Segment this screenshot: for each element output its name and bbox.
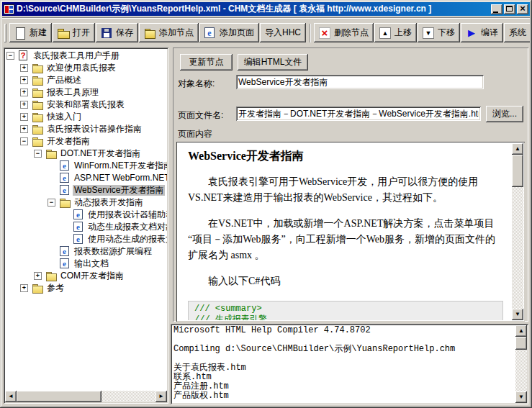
maximize-button[interactable]	[504, 4, 515, 14]
content-paragraph: 在VS.NET中，加载或新增一个ASP.NET解决方案，点击菜单项目“项目－添加…	[188, 216, 503, 263]
expand-plus-icon[interactable]: +	[20, 113, 28, 121]
toolbar-button-move-down[interactable]: ▼下移	[418, 23, 460, 42]
tree-item[interactable]: −?袁氏报表工具用户手册	[5, 50, 167, 62]
scroll-down-icon[interactable]: ▼	[512, 309, 523, 320]
tree-item-label[interactable]: 开发者指南	[45, 136, 91, 147]
tree-item-label[interactable]: 欢迎使用袁氏报表	[45, 63, 117, 73]
scroll-up-icon[interactable]: ▲	[512, 143, 523, 155]
folder-icon	[46, 271, 58, 281]
tree-item[interactable]: +参考	[5, 282, 167, 294]
tree-item-label[interactable]: 安装和部署袁氏报表	[45, 99, 126, 110]
scroll-up-icon[interactable]: ▲	[515, 325, 527, 337]
toolbar-button-add-node[interactable]: 添加节点	[139, 23, 199, 42]
tree-item-label[interactable]: WinForm.NET开发者指南	[73, 160, 167, 171]
tree-item[interactable]: +快速入门	[5, 111, 167, 123]
tree-item[interactable]: eASP.NET WebForm.NET 开发	[5, 172, 167, 184]
tree-item-label[interactable]: 输出文档	[73, 258, 110, 269]
toolbar-button-label: 导入HHC	[265, 27, 301, 39]
toolbar-button-label: 删除节点	[334, 27, 369, 39]
tree-item[interactable]: e使用动态生成的报表文档	[5, 233, 167, 245]
scrollbar-thumb[interactable]	[512, 155, 523, 187]
toolbar-button-compile[interactable]: ▶编译	[461, 23, 503, 42]
html-page-icon: e	[73, 209, 83, 219]
tree-item[interactable]: eWebService开发者指南	[5, 184, 167, 196]
content-vertical-scrollbar[interactable]: ▲ ▼	[512, 143, 523, 320]
edit-html-button[interactable]: 编辑HTML文件	[238, 54, 308, 71]
tree-item-label[interactable]: COM开发者指南	[59, 271, 125, 281]
object-name-input[interactable]	[236, 75, 484, 89]
minimize-button[interactable]	[491, 4, 502, 14]
scrollbar-thumb[interactable]	[515, 337, 527, 350]
folder-icon	[32, 124, 44, 135]
tree-item[interactable]: +袁氏报表设计器操作指南	[5, 123, 167, 135]
toolbar-button-label: 编译	[481, 27, 498, 39]
tree-item[interactable]: −DOT.NET开发者指南	[5, 148, 167, 160]
browse-button[interactable]: 浏览...	[486, 106, 523, 122]
tree-item-label[interactable]: 动态报表开发指南	[73, 197, 145, 208]
tree-horizontal-scrollbar[interactable]: ◄ ►	[5, 391, 167, 402]
scroll-right-icon[interactable]: ►	[155, 391, 167, 402]
open-folder-icon	[58, 27, 69, 39]
tree-item-label[interactable]: WebService开发者指南	[73, 185, 165, 196]
collapse-minus-icon[interactable]: −	[34, 150, 42, 158]
html-page-icon: e	[60, 185, 69, 195]
log-vertical-scrollbar[interactable]: ▲ ▼	[515, 325, 527, 403]
tree-item-label[interactable]: 快速入门	[45, 112, 83, 122]
update-node-button[interactable]: 更新节点	[180, 54, 233, 71]
expand-plus-icon[interactable]: +	[20, 101, 28, 109]
close-button[interactable]: ×	[517, 4, 528, 14]
tree-item[interactable]: +产品概述	[5, 74, 167, 86]
expand-plus-icon[interactable]: +	[20, 89, 28, 96]
scrollbar-thumb[interactable]	[17, 391, 102, 402]
tree-item-label[interactable]: 使用动态生成的报表文档	[86, 234, 167, 245]
tree-item-label[interactable]: 袁氏报表工具用户手册	[32, 50, 121, 61]
expand-plus-icon[interactable]: +	[20, 64, 28, 72]
toolbar-button-delete-node[interactable]: ×删除节点	[314, 23, 374, 42]
content-paragraph: 袁氏报表引擎可用于WebService开发，用户可以很方便的使用VS.NET来建…	[188, 174, 503, 206]
tree-item-label[interactable]: 袁氏报表设计器操作指南	[45, 124, 143, 135]
expand-plus-icon[interactable]: +	[34, 272, 42, 280]
tree-item[interactable]: e报表数据源扩展编程	[5, 245, 167, 258]
content-code-block: /// <summary> /// 生成报表引擎	[188, 301, 503, 320]
toolbar-button-import-hhc[interactable]: 导入HHC	[260, 23, 306, 42]
toolbar-button-new[interactable]: 新建	[9, 23, 52, 42]
tree-item[interactable]: e输出文档	[5, 258, 167, 270]
collapse-minus-icon[interactable]: −	[6, 52, 14, 60]
tree-item-label[interactable]: 报表工具原理	[45, 87, 100, 98]
toolbar-button-move-up[interactable]: ▲上移	[374, 23, 417, 42]
toolbar-gripper[interactable]	[4, 24, 6, 42]
tree-item[interactable]: +安装和部署袁氏报表	[5, 99, 167, 111]
collapse-minus-icon[interactable]: −	[48, 199, 55, 207]
html-page-icon: e	[73, 234, 83, 244]
expand-plus-icon[interactable]: +	[20, 125, 28, 133]
tree-item[interactable]: +COM开发者指南	[5, 270, 167, 282]
toolbar-button-save[interactable]: 保存	[96, 23, 138, 42]
toolbar-button-system[interactable]: 系统	[504, 23, 530, 42]
content-paragraph: 输入以下C#代码	[188, 273, 503, 289]
collapse-minus-icon[interactable]: −	[20, 137, 28, 145]
toc-tree: −?袁氏报表工具用户手册+欢迎使用袁氏报表+产品概述+报表工具原理+安装和部署袁…	[5, 50, 167, 391]
tree-item[interactable]: +欢迎使用袁氏报表	[5, 62, 167, 74]
tree-item[interactable]: e动态生成报表文档对象	[5, 221, 167, 233]
page-file-input[interactable]	[236, 106, 481, 121]
toolbar-button-add-page[interactable]: e添加页面	[199, 23, 259, 42]
tree-item-label[interactable]: ASP.NET WebForm.NET 开发	[73, 173, 167, 183]
tree-item[interactable]: +报表工具原理	[5, 86, 167, 99]
tree-item[interactable]: −动态报表开发指南	[5, 196, 167, 209]
tree-item[interactable]: −开发者指南	[5, 135, 167, 148]
scroll-down-icon[interactable]: ▼	[515, 391, 527, 403]
expand-plus-icon[interactable]: +	[20, 76, 28, 84]
scroll-left-icon[interactable]: ◄	[5, 391, 17, 402]
tree-item-label[interactable]: 使用报表设计器辅助动	[86, 209, 167, 220]
expand-plus-icon[interactable]: +	[20, 284, 28, 292]
tree-item[interactable]: e使用报表设计器辅助动	[5, 209, 167, 221]
tree-item-label[interactable]: DOT.NET开发者指南	[59, 148, 142, 159]
toolbar-button-label: 保存	[116, 27, 133, 39]
tree-item-label[interactable]: 参考	[45, 283, 66, 294]
tree-item[interactable]: eWinForm.NET开发者指南	[5, 160, 167, 172]
tree-item-label[interactable]: 动态生成报表文档对象	[86, 222, 167, 232]
minimize-icon	[493, 12, 498, 13]
tree-item-label[interactable]: 产品概述	[45, 75, 83, 86]
toolbar-button-open[interactable]: 打开	[53, 23, 95, 42]
tree-item-label[interactable]: 报表数据源扩展编程	[73, 246, 153, 257]
